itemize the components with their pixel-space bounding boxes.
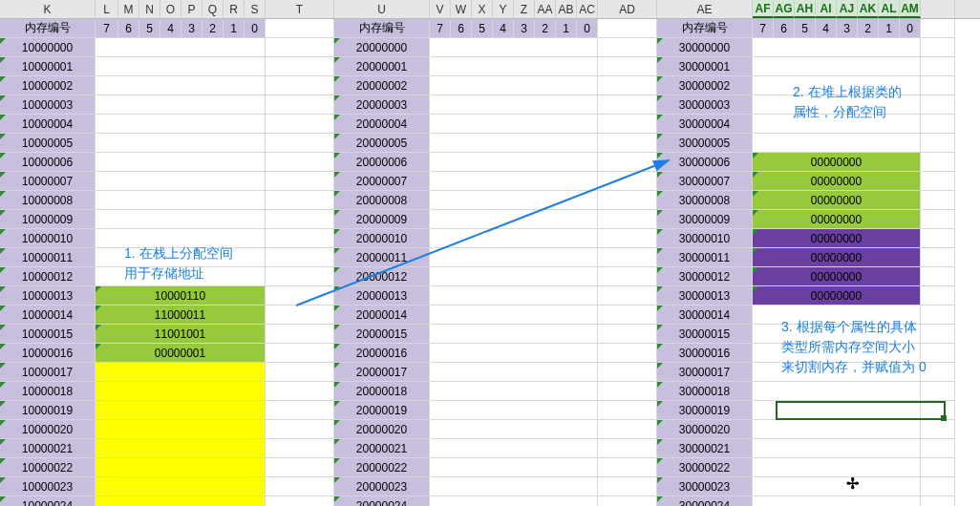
cell-ae-val-23[interactable] bbox=[753, 477, 921, 496]
cell-u-val-21[interactable] bbox=[430, 439, 598, 458]
cell-ae-addr-8[interactable]: 30000008 bbox=[657, 191, 753, 210]
col-header-AD[interactable]: AD bbox=[598, 0, 657, 18]
col-header-T[interactable]: T bbox=[266, 0, 334, 18]
bit-header-u-3[interactable]: 4 bbox=[493, 19, 514, 38]
col-header-Z[interactable]: Z bbox=[514, 0, 535, 18]
cell-ae-addr-18[interactable]: 30000018 bbox=[657, 382, 753, 401]
cell-ae-val-14[interactable] bbox=[753, 306, 921, 325]
col-header-AL[interactable]: AL bbox=[879, 0, 900, 18]
bit-header-k-0[interactable]: 7 bbox=[96, 19, 118, 38]
gap-t-17[interactable] bbox=[266, 363, 334, 382]
col-header-AF[interactable]: AF bbox=[753, 0, 774, 18]
gap-tail-19[interactable] bbox=[921, 401, 955, 420]
bit-header-ae-5[interactable]: 2 bbox=[858, 19, 879, 38]
cell-k-val-14[interactable]: 11000011 bbox=[96, 306, 266, 325]
gap-ad-19[interactable] bbox=[598, 401, 657, 420]
cell-ae-val-11[interactable]: 00000000 bbox=[753, 248, 921, 267]
gap-tail-23[interactable] bbox=[921, 477, 955, 496]
gap-tail-18[interactable] bbox=[921, 382, 955, 401]
cell-k-val-9[interactable] bbox=[96, 210, 266, 229]
cell-k-val-4[interactable] bbox=[96, 115, 266, 134]
gap-t-21[interactable] bbox=[266, 439, 334, 458]
col-header-Q[interactable]: Q bbox=[202, 0, 224, 18]
cell-k-val-23[interactable] bbox=[96, 477, 266, 496]
cell-ae-val-16[interactable] bbox=[753, 344, 921, 363]
gap-ad-11[interactable] bbox=[598, 248, 657, 267]
cell-u-addr-4[interactable]: 20000004 bbox=[334, 115, 430, 134]
gap-t-16[interactable] bbox=[266, 344, 334, 363]
cell-k-val-13[interactable]: 10000110 bbox=[96, 286, 266, 306]
gap-ad-24[interactable] bbox=[598, 496, 657, 506]
col-header-AE[interactable]: AE bbox=[657, 0, 753, 18]
gap-tail-24[interactable] bbox=[921, 496, 955, 506]
col-header-AC[interactable]: AC bbox=[577, 0, 598, 18]
bit-header-ae-6[interactable]: 1 bbox=[879, 19, 900, 38]
cell-u-val-6[interactable] bbox=[430, 153, 598, 172]
gap-ad-2[interactable] bbox=[598, 76, 657, 95]
cell-ae-addr-5[interactable]: 30000005 bbox=[657, 134, 753, 153]
mem-header-ae[interactable]: 内存编号 bbox=[657, 19, 753, 38]
cell-k-addr-19[interactable]: 10000019 bbox=[0, 401, 96, 420]
gap-tail-0[interactable] bbox=[921, 38, 955, 57]
cell-k-addr-12[interactable]: 10000012 bbox=[0, 267, 96, 286]
cell-u-addr-17[interactable]: 20000017 bbox=[334, 363, 430, 382]
cell-u-addr-7[interactable]: 20000007 bbox=[334, 172, 430, 191]
bit-header-k-4[interactable]: 3 bbox=[181, 19, 202, 38]
bit-header-ae-3[interactable]: 4 bbox=[816, 19, 837, 38]
gap-tail-3[interactable] bbox=[921, 95, 955, 115]
cell-ae-addr-14[interactable]: 30000014 bbox=[657, 306, 753, 325]
cell-ae-val-3[interactable] bbox=[753, 95, 921, 115]
cell-k-addr-9[interactable]: 10000009 bbox=[0, 210, 96, 229]
cell-k-addr-21[interactable]: 10000021 bbox=[0, 439, 96, 458]
col-header-K[interactable]: K bbox=[0, 0, 96, 18]
bit-header-ae-0[interactable]: 7 bbox=[753, 19, 774, 38]
cell-u-addr-19[interactable]: 20000019 bbox=[334, 401, 430, 420]
cell-u-addr-21[interactable]: 20000021 bbox=[334, 439, 430, 458]
cell-ae-addr-7[interactable]: 30000007 bbox=[657, 172, 753, 191]
col-header-AI[interactable]: AI bbox=[816, 0, 837, 18]
cell-u-addr-6[interactable]: 20000006 bbox=[334, 153, 430, 172]
cell-k-addr-16[interactable]: 10000016 bbox=[0, 344, 96, 363]
cell-k-val-24[interactable] bbox=[96, 496, 266, 506]
gap-tail-5[interactable] bbox=[921, 134, 955, 153]
gap-ad-20[interactable] bbox=[598, 420, 657, 439]
cell-ae-addr-10[interactable]: 30000010 bbox=[657, 229, 753, 248]
col-header-AA[interactable]: AA bbox=[535, 0, 556, 18]
gap-ad-14[interactable] bbox=[598, 306, 657, 325]
gap-ad-18[interactable] bbox=[598, 382, 657, 401]
cell-k-val-2[interactable] bbox=[96, 76, 266, 95]
gap-ad-10[interactable] bbox=[598, 229, 657, 248]
cell-ae-val-20[interactable] bbox=[753, 420, 921, 439]
cell-k-val-8[interactable] bbox=[96, 191, 266, 210]
col-header-AG[interactable]: AG bbox=[774, 0, 795, 18]
cell-ae-val-1[interactable] bbox=[753, 57, 921, 76]
cell-k-val-11[interactable] bbox=[96, 248, 266, 267]
cell-ae-addr-12[interactable]: 30000012 bbox=[657, 267, 753, 286]
gap-tail-13[interactable] bbox=[921, 286, 955, 306]
cell-k-val-22[interactable] bbox=[96, 458, 266, 477]
cell-ae-val-24[interactable] bbox=[753, 496, 921, 506]
cell-k-addr-20[interactable]: 10000020 bbox=[0, 420, 96, 439]
gap-ad-8[interactable] bbox=[598, 191, 657, 210]
gap-tail-10[interactable] bbox=[921, 229, 955, 248]
cell-ae-val-21[interactable] bbox=[753, 439, 921, 458]
bit-header-k-7[interactable]: 0 bbox=[245, 19, 266, 38]
cell-k-addr-24[interactable]: 10000024 bbox=[0, 496, 96, 506]
bit-header-k-1[interactable]: 6 bbox=[118, 19, 139, 38]
gap-t-12[interactable] bbox=[266, 267, 334, 286]
cell-u-addr-14[interactable]: 20000014 bbox=[334, 306, 430, 325]
gap-ad[interactable] bbox=[598, 19, 657, 38]
cell-ae-addr-0[interactable]: 30000000 bbox=[657, 38, 753, 57]
gap-tail-20[interactable] bbox=[921, 420, 955, 439]
gap-t-23[interactable] bbox=[266, 477, 334, 496]
gap-tail-7[interactable] bbox=[921, 172, 955, 191]
cell-u-addr-22[interactable]: 20000022 bbox=[334, 458, 430, 477]
cell-ae-addr-9[interactable]: 30000009 bbox=[657, 210, 753, 229]
gap-tail[interactable] bbox=[921, 19, 955, 38]
cell-ae-val-9[interactable]: 00000000 bbox=[753, 210, 921, 229]
bit-header-u-2[interactable]: 5 bbox=[472, 19, 493, 38]
cell-u-val-5[interactable] bbox=[430, 134, 598, 153]
gap-t-20[interactable] bbox=[266, 420, 334, 439]
cell-u-val-2[interactable] bbox=[430, 76, 598, 95]
cell-ae-addr-20[interactable]: 30000020 bbox=[657, 420, 753, 439]
